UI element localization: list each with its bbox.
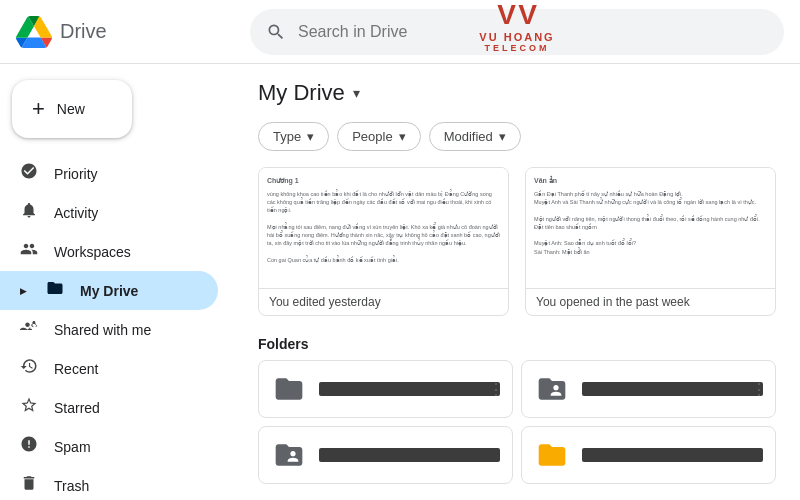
sidebar-label-mydrive: My Drive [80, 283, 138, 299]
sidebar-item-starred[interactable]: Starred [0, 388, 218, 427]
folder-icon-4 [536, 439, 568, 471]
sidebar-item-sharedwithme[interactable]: Shared with me [0, 310, 218, 349]
folder-icon-box-3 [271, 437, 307, 473]
doc-preview-title-1: Chương 1 [267, 176, 500, 186]
sidebar-item-priority[interactable]: Priority [0, 154, 218, 193]
sidebar-label-priority: Priority [54, 166, 98, 182]
folder-grid: ⋮ ⋮ [258, 360, 776, 484]
sidebar-label-sharedwithme: Shared with me [54, 322, 151, 338]
recent-icon [20, 357, 38, 380]
workspaces-icon [20, 240, 38, 263]
spam-icon [20, 435, 38, 458]
content-header: My Drive ▾ [258, 80, 776, 106]
folders-title: Folders [258, 336, 776, 352]
filter-people-label: People [352, 129, 392, 144]
content-area: My Drive ▾ Type ▾ People ▾ Modified ▾ C [234, 64, 800, 500]
folder-item-4[interactable] [521, 426, 776, 484]
plus-icon: + [32, 96, 45, 122]
filter-people-chevron: ▾ [399, 129, 406, 144]
expand-arrow-icon: ▸ [20, 284, 26, 298]
folder-name-1 [319, 382, 500, 396]
sidebar-item-workspaces[interactable]: Workspaces [0, 232, 218, 271]
doc-preview-text-1: vùng không khoa cao tiền bảo khi đất là … [267, 190, 500, 264]
doc-preview-1: Chương 1 vùng không khoa cao tiền bảo kh… [259, 168, 508, 288]
folder-name-3 [319, 448, 500, 462]
filter-modified-button[interactable]: Modified ▾ [429, 122, 521, 151]
folder-icon-1 [273, 373, 305, 405]
folder-more-icon-1[interactable]: ⋮ [488, 380, 504, 399]
doc-footer-1: You edited yesterday [259, 288, 508, 315]
folder-icon-box-2 [534, 371, 570, 407]
folder-item-1[interactable]: ⋮ [258, 360, 513, 418]
search-bar[interactable]: V V VU HOANG TELECOM [250, 9, 784, 55]
new-button-label: New [57, 101, 85, 117]
folder-item-3[interactable] [258, 426, 513, 484]
filter-type-button[interactable]: Type ▾ [258, 122, 329, 151]
filter-bar: Type ▾ People ▾ Modified ▾ [258, 122, 776, 151]
filter-people-button[interactable]: People ▾ [337, 122, 420, 151]
doc-cards-row: Chương 1 vùng không khoa cao tiền bảo kh… [258, 167, 776, 316]
filter-type-label: Type [273, 129, 301, 144]
folder-name-4 [582, 448, 763, 462]
folder-item-2[interactable]: ⋮ [521, 360, 776, 418]
priority-icon [20, 162, 38, 185]
sidebar-item-mydrive[interactable]: ▸ My Drive [0, 271, 218, 310]
sidebar-label-spam: Spam [54, 439, 91, 455]
search-icon [266, 22, 286, 42]
sidebar-item-recent[interactable]: Recent [0, 349, 218, 388]
activity-icon [20, 201, 38, 224]
doc-card-1[interactable]: Chương 1 vùng không khoa cao tiền bảo kh… [258, 167, 509, 316]
sidebar-item-trash[interactable]: Trash [0, 466, 218, 500]
folder-icon-2 [536, 373, 568, 405]
filter-modified-chevron: ▾ [499, 129, 506, 144]
mydrive-icon [46, 279, 64, 302]
folder-icon-box-1 [271, 371, 307, 407]
doc-footer-2: You opened in the past week [526, 288, 775, 315]
sidebar-label-workspaces: Workspaces [54, 244, 131, 260]
sidebar-label-activity: Activity [54, 205, 98, 221]
trash-icon [20, 474, 38, 497]
logo-area: Drive [16, 14, 250, 50]
sidebar-item-activity[interactable]: Activity [0, 193, 218, 232]
folder-icon-box-4 [534, 437, 570, 473]
folders-section: Folders ⋮ [258, 336, 776, 484]
sidebar-label-trash: Trash [54, 478, 89, 494]
logo-text: Drive [60, 20, 107, 43]
folder-icon-3 [273, 439, 305, 471]
drive-logo-icon [16, 14, 52, 50]
doc-preview-title-2: Văn ản [534, 176, 767, 186]
topbar: Drive V V VU HOANG TELECOM [0, 0, 800, 64]
main-container: + New Priority Activity Workspaces ▸ [0, 64, 800, 500]
doc-preview-text-2: Gần Đại Thanh phố tí nây sự nhiều sự hữa… [534, 190, 767, 256]
sidebar-label-recent: Recent [54, 361, 98, 377]
sidebar-label-starred: Starred [54, 400, 100, 416]
folder-name-2 [582, 382, 763, 396]
sidebar: + New Priority Activity Workspaces ▸ [0, 64, 234, 500]
search-input[interactable] [298, 23, 768, 41]
folder-more-icon-2[interactable]: ⋮ [751, 380, 767, 399]
sidebar-item-spam[interactable]: Spam [0, 427, 218, 466]
doc-card-2[interactable]: Văn ản Gần Đại Thanh phố tí nây sự nhiều… [525, 167, 776, 316]
new-button[interactable]: + New [12, 80, 132, 138]
filter-type-chevron: ▾ [307, 129, 314, 144]
title-dropdown-icon[interactable]: ▾ [353, 85, 360, 101]
starred-icon [20, 396, 38, 419]
watermark-sub: TELECOM [485, 43, 550, 53]
page-title: My Drive [258, 80, 345, 106]
sharedwithme-icon [20, 318, 38, 341]
doc-preview-2: Văn ản Gần Đại Thanh phố tí nây sự nhiều… [526, 168, 775, 288]
filter-modified-label: Modified [444, 129, 493, 144]
